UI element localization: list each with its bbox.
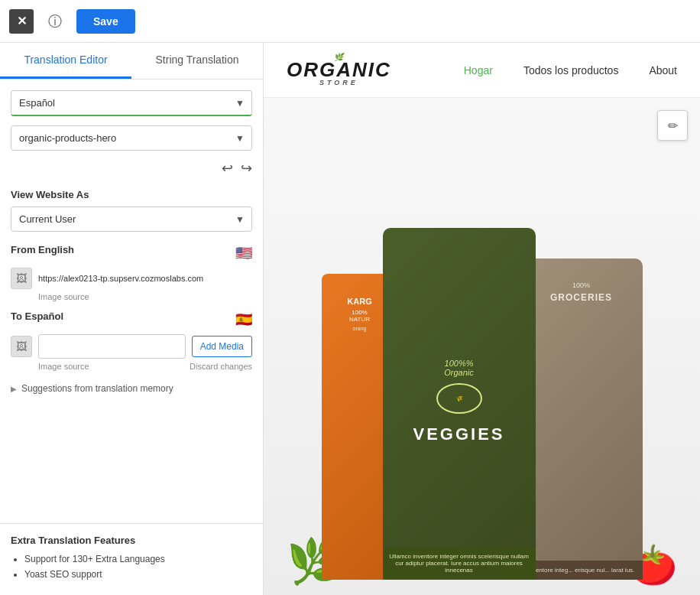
language-select-wrapper: Español English Français Deutsch ▼ [11,90,252,116]
to-espanol-image-thumb: 🖼 [11,336,32,357]
tab-bar: Translation Editor String Translation [0,43,263,80]
from-english-image-row: 🖼 https://alex0213-tp.supserv.cozmoslabs… [11,268,252,289]
logo-store-text: STORE [319,80,358,86]
logo-main-text: ORGANIC [287,60,391,80]
page-select-wrapper: organic-products-hero home about contact… [11,125,252,151]
english-flag: 🇺🇸 [235,245,252,262]
bag-center-bottom-text: Ullamco inventore integer omnis sceleris… [383,547,536,580]
website-logo: 🌿 ORGANIC STORE [287,54,391,86]
extra-features-title: Extra Translation Features [11,535,252,546]
bag-right: 100% GROCERIES inventore integ... erisqu… [520,258,643,580]
pencil-icon: ✏ [668,119,678,133]
bag-center-title: VEGGIES [413,424,504,444]
product-bags: KARG 100%NATUR orang 100%% Organic 🌾 [264,98,700,595]
tab-translation-editor[interactable]: Translation Editor [0,43,131,79]
bag-center: 100%% Organic 🌾 VEGGIES Ullamco inventor… [383,228,536,580]
bag-right-bottom-text: inventore integ... erisque nul... larat … [520,561,643,580]
extra-feature-item-2: Yoast SEO support [24,569,252,580]
hero-area: ✏ KARG 100%NATUR orang [264,98,700,595]
main-layout: Translation Editor String Translation Es… [0,43,700,595]
hero-visual: ✏ KARG 100%NATUR orang [264,98,700,595]
nav-link-about[interactable]: About [649,64,677,76]
extra-features-list: Support for 130+ Extra Languages Yoast S… [11,554,252,580]
to-espanol-image-label: Image source [38,362,89,371]
close-icon: ✕ [17,14,27,28]
from-english-section: From English 🇺🇸 🖼 https://alex0213-tp.su… [11,244,252,301]
organic-seal: 🌾 [436,383,482,414]
to-espanol-header: To Español 🇪🇸 [11,311,252,328]
panel-content: Español English Français Deutsch ▼ organ… [0,80,263,523]
website-nav-links: Hogar Todos los productos About [464,64,677,76]
from-english-header: From English 🇺🇸 [11,244,252,262]
edit-pencil-button[interactable]: ✏ [657,110,688,141]
from-english-label: From English [11,244,74,255]
bag-center-percent: 100%% Organic [444,359,474,377]
to-espanol-input[interactable] [38,334,186,359]
to-espanol-section: To Español 🇪🇸 🖼 Add Media Image source D… [11,311,252,400]
suggestions-label: Suggestions from translation memory [21,383,173,394]
suggestions-arrow-icon: ▶ [11,385,17,393]
from-english-url: https://alex0213-tp.supserv.cozmoslabs.c… [38,274,203,283]
view-as-select[interactable]: Current User Guest Administrator [11,206,252,232]
extra-features-section: Extra Translation Features Support for 1… [0,523,263,595]
nav-link-hogar[interactable]: Hogar [464,64,493,76]
espanol-flag: 🇪🇸 [235,311,252,328]
suggestions-row[interactable]: ▶ Suggestions from translation memory [11,377,252,400]
forward-arrow-button[interactable]: ↪ [241,160,252,177]
nav-link-products[interactable]: Todos los productos [523,64,619,76]
discard-changes-label: Discard changes [190,362,252,371]
top-bar: ✕ ⓘ Save [0,0,700,43]
right-panel: 🌿 ORGANIC STORE Hogar Todos los producto… [264,43,700,595]
language-select[interactable]: Español English Français Deutsch [11,90,252,116]
from-english-image-label: Image source [38,292,252,301]
info-button[interactable]: ⓘ [43,9,67,34]
to-espanol-label: To Español [11,311,63,322]
view-as-select-wrapper: Current User Guest Administrator ▼ [11,206,252,232]
back-arrow-button[interactable]: ↩ [222,160,233,177]
page-select[interactable]: organic-products-hero home about contact [11,125,252,151]
info-icon: ⓘ [48,12,62,31]
view-website-section: View Website As Current User Guest Admin… [11,189,252,232]
to-espanol-input-row: 🖼 Add Media [11,334,252,359]
left-panel: Translation Editor String Translation Es… [0,43,264,595]
add-media-button[interactable]: Add Media [192,336,252,357]
website-nav: 🌿 ORGANIC STORE Hogar Todos los producto… [264,43,700,98]
view-website-label: View Website As [11,189,252,200]
extra-feature-item-1: Support for 130+ Extra Languages [24,554,252,564]
save-button[interactable]: Save [76,9,135,34]
from-english-image-thumb: 🖼 [11,268,32,289]
close-button[interactable]: ✕ [9,9,34,34]
nav-arrows: ↩ ↪ [11,160,252,177]
tab-string-translation[interactable]: String Translation [131,43,263,79]
